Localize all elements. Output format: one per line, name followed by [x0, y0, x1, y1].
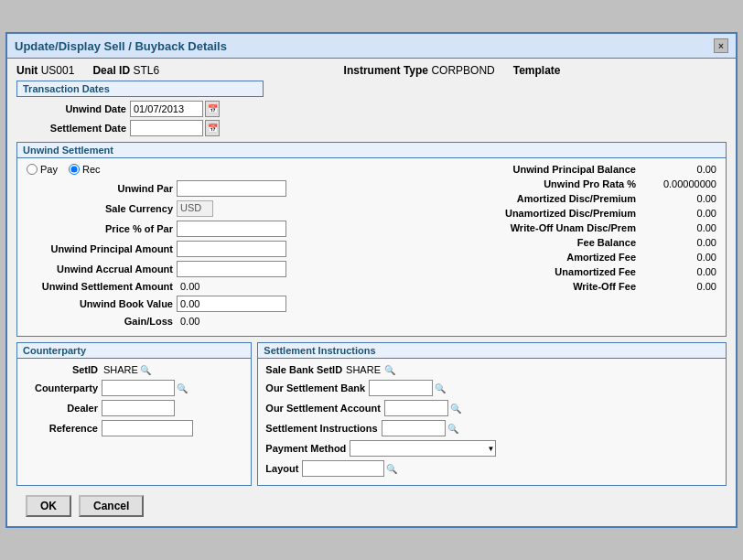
- unit-value: US001: [41, 64, 75, 77]
- unwind-par-input[interactable]: [177, 180, 286, 197]
- header-row: Unit US001 Deal ID STL6 Instrument Type …: [16, 64, 727, 77]
- template-label: Template: [513, 64, 561, 77]
- unwind-principal-amount-input[interactable]: [177, 241, 286, 257]
- setid-value: SHARE: [103, 364, 138, 375]
- right-value-5: 0.00: [643, 237, 716, 248]
- our-settlement-account-search-icon[interactable]: [450, 402, 463, 415]
- our-settlement-bank-row: Our Settlement Bank: [265, 380, 718, 396]
- right-field-row-6: Amortized Fee0.00: [381, 252, 716, 263]
- sale-currency-value: USD: [177, 200, 213, 217]
- our-settlement-bank-search-icon[interactable]: [435, 382, 447, 394]
- layout-search-icon[interactable]: [386, 462, 399, 475]
- right-field-row-7: Unamortized Fee0.00: [381, 266, 716, 277]
- right-value-0: 0.00: [643, 164, 716, 175]
- sale-bank-setid-search-icon[interactable]: [384, 363, 397, 376]
- content-area: Unit US001 Deal ID STL6 Instrument Type …: [7, 59, 736, 526]
- right-value-7: 0.00: [643, 266, 716, 277]
- right-value-1: 0.00000000: [643, 178, 716, 189]
- unwind-par-label: Unwind Par: [27, 183, 173, 194]
- right-field-row-3: Unamortized Disc/Premium0.00: [381, 208, 716, 219]
- right-value-8: 0.00: [643, 281, 716, 292]
- gain-loss-value: 0.00: [180, 316, 199, 327]
- rec-label: Rec: [82, 164, 101, 175]
- right-value-6: 0.00: [643, 252, 716, 263]
- payment-method-select[interactable]: CheckWireACH: [350, 440, 496, 457]
- reference-input[interactable]: [102, 420, 193, 436]
- settlement-instructions-header: Settlement Instructions: [258, 343, 726, 359]
- counterparty-section: Counterparty SetID SHARE Counterparty De…: [16, 342, 252, 486]
- payment-method-label: Payment Method: [265, 443, 346, 454]
- payment-method-row: Payment Method CheckWireACH ▼: [265, 440, 718, 457]
- gain-loss-label: Gain/Loss: [27, 316, 173, 327]
- our-settlement-account-input[interactable]: [384, 400, 448, 416]
- right-field-row-4: Write-Off Unam Disc/Prem0.00: [381, 222, 716, 233]
- main-window: Update/Display Sell / Buyback Details × …: [5, 32, 738, 528]
- unwind-book-value-input[interactable]: [177, 296, 286, 312]
- unwind-date-input[interactable]: [130, 101, 203, 117]
- reference-label: Reference: [25, 423, 98, 434]
- price-pct-par-input[interactable]: [177, 221, 286, 237]
- unwind-settlement-header: Unwind Settlement: [17, 143, 726, 158]
- right-label-7: Unamortized Fee: [555, 266, 636, 277]
- settlement-instructions-input[interactable]: [382, 420, 446, 436]
- right-label-8: Write-Off Fee: [573, 281, 636, 292]
- settlement-date-label: Settlement Date: [26, 123, 126, 134]
- rec-radio[interactable]: [69, 164, 80, 175]
- unwind-accrual-amount-row: Unwind Accrual Amount: [27, 261, 362, 277]
- ok-button[interactable]: OK: [26, 495, 71, 517]
- our-settlement-bank-input[interactable]: [369, 380, 433, 396]
- unwind-settlement-amount-value: 0.00: [180, 281, 199, 292]
- reference-row: Reference: [25, 420, 243, 436]
- pay-radio-item: Pay: [27, 164, 58, 175]
- right-label-2: Amortized Disc/Premium: [517, 193, 636, 204]
- transaction-dates-section: Transaction Dates Unwind Date 📅 Settleme…: [16, 81, 727, 136]
- unwind-date-calendar-button[interactable]: 📅: [205, 101, 220, 117]
- settlement-instructions-label: Settlement Instructions: [265, 423, 377, 434]
- settlement-instructions-body: Sale Bank SetID SHARE Our Settlement Ban…: [258, 359, 726, 485]
- right-field-row-1: Unwind Pro Rata %0.00000000: [381, 178, 716, 189]
- right-label-5: Fee Balance: [577, 237, 636, 248]
- close-button[interactable]: ×: [714, 38, 728, 53]
- instrument-type-label: Instrument Type: [344, 64, 428, 77]
- layout-input[interactable]: [302, 460, 384, 477]
- right-field-row-8: Write-Off Fee0.00: [381, 281, 716, 292]
- unwind-date-label: Unwind Date: [26, 103, 126, 114]
- layout-row: Layout: [265, 460, 718, 477]
- right-field-row-5: Fee Balance0.00: [381, 237, 716, 248]
- settlement-instructions-row: Settlement Instructions: [265, 420, 718, 436]
- right-value-3: 0.00: [643, 208, 716, 219]
- dealer-input[interactable]: [102, 400, 175, 416]
- right-label-0: Unwind Principal Balance: [513, 164, 636, 175]
- gain-loss-row: Gain/Loss 0.00: [27, 316, 362, 327]
- sale-bank-setid-row: Sale Bank SetID SHARE: [265, 363, 718, 376]
- our-settlement-account-label: Our Settlement Account: [265, 403, 381, 414]
- settlement-date-calendar-button[interactable]: 📅: [205, 120, 220, 136]
- setid-label: SetID: [25, 364, 98, 375]
- counterparty-search-icon[interactable]: [177, 382, 189, 394]
- unwind-settlement-amount-row: Unwind Settlement Amount 0.00: [27, 281, 362, 292]
- unit-label: Unit: [16, 64, 38, 77]
- counterparty-input[interactable]: [102, 380, 175, 396]
- bottom-sections: Counterparty SetID SHARE Counterparty De…: [16, 342, 727, 486]
- sale-bank-setid-value: SHARE: [346, 364, 381, 375]
- pay-radio[interactable]: [27, 164, 38, 175]
- price-pct-par-row: Price % of Par: [27, 221, 362, 237]
- layout-label: Layout: [265, 463, 298, 474]
- settlement-date-input[interactable]: [130, 120, 203, 136]
- payment-method-dropdown-wrapper: CheckWireACH ▼: [350, 440, 496, 457]
- right-label-1: Unwind Pro Rata %: [544, 178, 636, 189]
- settlement-instructions-search-icon[interactable]: [447, 422, 460, 435]
- sale-currency-label: Sale Currency: [27, 203, 173, 214]
- deal-id-label: Deal ID: [92, 64, 130, 77]
- sale-currency-row: Sale Currency USD: [27, 200, 362, 217]
- unwind-settlement-amount-label: Unwind Settlement Amount: [27, 281, 173, 292]
- counterparty-header: Counterparty: [17, 343, 251, 359]
- unwind-accrual-amount-input[interactable]: [177, 261, 286, 277]
- our-settlement-bank-label: Our Settlement Bank: [265, 382, 365, 393]
- setid-search-icon[interactable]: [140, 363, 153, 376]
- instrument-type-value: CORPBOND: [431, 64, 494, 77]
- unwind-principal-amount-label: Unwind Principal Amount: [27, 243, 173, 254]
- cancel-button[interactable]: Cancel: [79, 495, 144, 517]
- our-settlement-account-row: Our Settlement Account: [265, 400, 718, 416]
- right-value-4: 0.00: [643, 222, 716, 233]
